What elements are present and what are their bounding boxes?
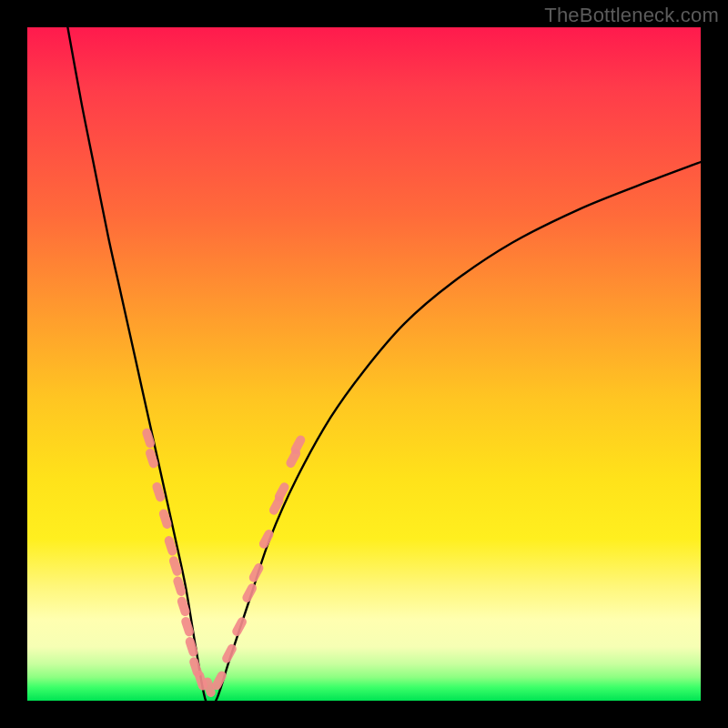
chart-frame: TheBottleneck.com xyxy=(0,0,728,728)
marker-bead xyxy=(241,582,258,604)
marker-bead xyxy=(184,636,198,658)
bottleneck-curve xyxy=(67,27,701,701)
marker-bead xyxy=(220,642,238,664)
marker-bead xyxy=(231,616,248,638)
curve-svg xyxy=(27,27,701,701)
watermark-text: TheBottleneck.com xyxy=(544,4,719,27)
plot-area xyxy=(27,27,701,701)
marker-group-right xyxy=(210,434,307,692)
marker-bead xyxy=(248,561,265,583)
marker-group-left xyxy=(141,427,217,698)
